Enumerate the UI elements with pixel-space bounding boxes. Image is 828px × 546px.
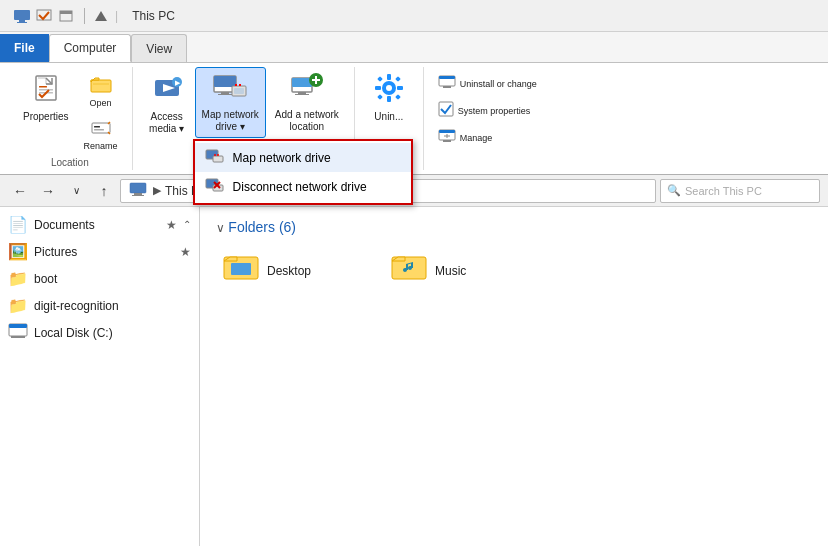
tab-computer[interactable]: Computer: [49, 34, 132, 62]
up-button[interactable]: ↑: [92, 179, 116, 203]
title-bar: | This PC: [0, 0, 828, 32]
forward-button[interactable]: →: [36, 179, 60, 203]
rename-button[interactable]: Rename: [78, 114, 124, 155]
sidebar-item-digit[interactable]: 📁 digit-recognition: [0, 292, 199, 319]
folder-music[interactable]: Music: [384, 247, 544, 294]
disconnect-network-drive-item[interactable]: Disconnect network drive: [195, 172, 411, 201]
svg-rect-40: [295, 94, 309, 95]
monitor-quick-icon[interactable]: [12, 6, 32, 26]
svg-rect-49: [397, 86, 403, 90]
title-bar-separator2: |: [115, 9, 118, 23]
documents-expand: ⌃: [183, 219, 191, 230]
ribbon-content: Properties Open: [0, 63, 828, 175]
system-info-button[interactable]: System properties: [432, 97, 543, 124]
documents-icon: 📄: [8, 215, 28, 234]
manage-button[interactable]: Manage: [432, 125, 543, 150]
uninstall-button[interactable]: Uninstall or change: [432, 71, 543, 96]
tab-file[interactable]: File: [0, 34, 49, 62]
title-bar-icons: [8, 6, 109, 26]
svg-rect-39: [298, 92, 306, 94]
properties-button[interactable]: Properties: [16, 67, 76, 155]
svg-rect-64: [134, 193, 142, 195]
open-label: Open: [90, 98, 112, 108]
svg-rect-14: [94, 129, 104, 131]
ribbon: File Computer View: [0, 32, 828, 63]
properties-icon: [30, 72, 62, 109]
ribbon-group-network: ▶ Accessmedia ▾: [133, 67, 355, 170]
svg-rect-11: [91, 80, 111, 92]
svg-rect-0: [14, 10, 30, 20]
svg-rect-70: [231, 263, 251, 275]
folders-section-title: ∨ Folders (6): [216, 219, 812, 235]
svg-rect-5: [60, 11, 72, 14]
system-info-label: System properties: [458, 106, 531, 116]
rename-label: Rename: [84, 141, 118, 151]
svg-rect-12: [92, 123, 110, 133]
ribbon-tabs: File Computer View: [0, 32, 828, 62]
svg-point-45: [386, 85, 392, 91]
folders-grid: Desktop Music: [216, 247, 812, 294]
sidebar-item-pictures[interactable]: 🖼️ Pictures ★: [0, 238, 199, 265]
map-drive-menu-label: Map network drive: [233, 151, 331, 165]
svg-rect-24: [218, 94, 232, 95]
access-media-button[interactable]: ▶ Accessmedia ▾: [141, 67, 193, 140]
svg-rect-55: [439, 76, 455, 79]
map-network-drive-button[interactable]: Map networkdrive ▾: [195, 67, 266, 138]
svg-rect-65: [132, 195, 144, 196]
svg-rect-26: [234, 88, 244, 94]
manage-icon: [438, 129, 456, 146]
digit-icon: 📁: [8, 296, 28, 315]
access-media-icon: ▶: [151, 72, 183, 109]
svg-rect-46: [387, 74, 391, 80]
main-area: 📄 Documents ★ ⌃ 🖼️ Pictures ★ 📁 boot 📁 d…: [0, 207, 828, 546]
sidebar-item-documents[interactable]: 📄 Documents ★ ⌃: [0, 211, 199, 238]
check-quick-icon[interactable]: [34, 6, 54, 26]
uninstall-label: Uninstall or change: [460, 79, 537, 89]
ribbon-group-location: Properties Open: [8, 67, 133, 170]
svg-rect-30: [213, 156, 223, 162]
rename-icon: [90, 118, 112, 141]
content-pane: ∨ Folders (6) Desktop: [200, 207, 828, 546]
map-drive-menu-icon: [205, 148, 225, 167]
sidebar-item-local-disk[interactable]: Local Disk (C:): [0, 319, 199, 347]
svg-rect-68: [11, 336, 25, 338]
customize-icon[interactable]: [93, 9, 109, 23]
svg-rect-53: [395, 94, 401, 100]
pictures-pin: ★: [180, 245, 191, 259]
add-network-icon: [290, 72, 324, 107]
settings-icon: [373, 72, 405, 109]
folder-desktop[interactable]: Desktop: [216, 247, 376, 294]
open-settings-button[interactable]: Unin...: [363, 67, 415, 128]
local-disk-icon: [8, 323, 28, 343]
svg-rect-13: [94, 126, 100, 128]
address-monitor-icon: [129, 182, 147, 200]
open-button[interactable]: Open: [78, 71, 124, 112]
disconnect-menu-label: Disconnect network drive: [233, 180, 367, 194]
svg-rect-51: [395, 76, 401, 82]
address-separator: ▶: [153, 184, 161, 197]
map-drive-label: Map networkdrive ▾: [202, 109, 259, 133]
sidebar-item-boot[interactable]: 📁 boot: [0, 265, 199, 292]
window-quick-icon[interactable]: [56, 6, 76, 26]
boot-icon: 📁: [8, 269, 28, 288]
search-box[interactable]: 🔍 Search This PC: [660, 179, 820, 203]
tab-view[interactable]: View: [131, 34, 187, 62]
open-icon: [90, 75, 112, 98]
add-network-location-button[interactable]: Add a networklocation: [268, 67, 346, 138]
add-network-label: Add a networklocation: [275, 109, 339, 133]
disconnect-icon: [205, 177, 225, 196]
map-network-drive-item[interactable]: Map network drive: [195, 143, 411, 172]
svg-rect-56: [443, 86, 451, 88]
svg-rect-67: [9, 324, 27, 328]
music-folder-label: Music: [435, 264, 466, 278]
music-folder-icon: [391, 252, 427, 289]
svg-rect-48: [375, 86, 381, 90]
down-button[interactable]: ∨: [64, 179, 88, 203]
back-button[interactable]: ←: [8, 179, 32, 203]
map-drive-icon: [212, 72, 248, 107]
ribbon-group-system: Uninstall or change System properties: [424, 67, 551, 170]
svg-rect-8: [39, 86, 47, 88]
desktop-folder-label: Desktop: [267, 264, 311, 278]
documents-pin: ★: [166, 218, 177, 232]
svg-rect-2: [17, 22, 27, 23]
